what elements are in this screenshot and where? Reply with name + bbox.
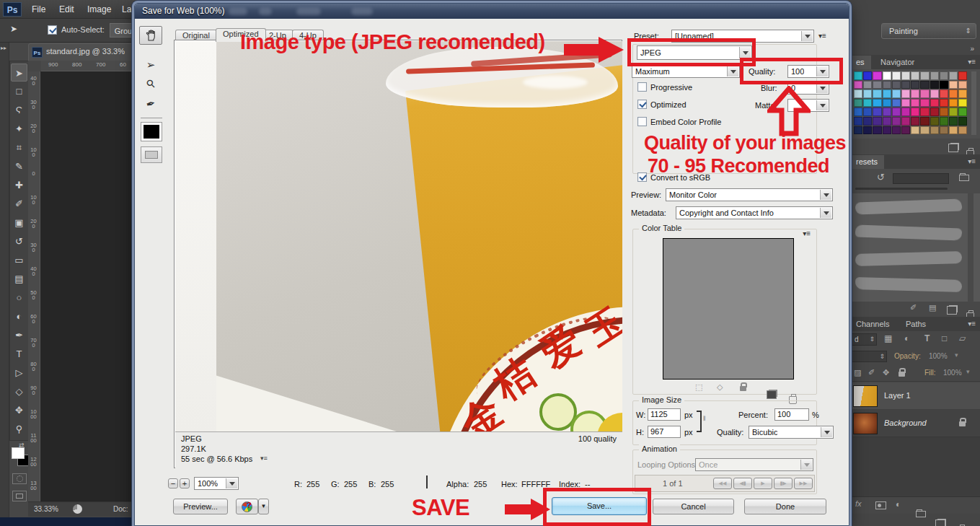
healing-brush-tool[interactable]: ✚: [11, 176, 27, 194]
quick-selection-tool[interactable]: ✦: [11, 120, 27, 138]
width-input[interactable]: 1125: [648, 408, 681, 421]
resample-quality-select[interactable]: Bicubic: [749, 426, 834, 439]
hand-tool[interactable]: ✥: [11, 401, 27, 419]
workspace-selector[interactable]: Painting ⇕: [881, 23, 976, 39]
swatch[interactable]: [920, 89, 929, 98]
swatch[interactable]: [883, 81, 891, 89]
swatches-scrollbar[interactable]: [971, 71, 976, 135]
swatch[interactable]: [920, 117, 929, 126]
swatch[interactable]: [940, 108, 948, 116]
new-swatch-icon[interactable]: [950, 143, 959, 150]
brush-stroke-icon[interactable]: ✐: [910, 303, 917, 312]
swatch[interactable]: [892, 71, 901, 80]
fill-value[interactable]: 100%: [943, 369, 962, 377]
swatch[interactable]: [958, 89, 967, 98]
swatch[interactable]: [920, 71, 929, 80]
layer-row-background[interactable]: Background: [849, 410, 980, 437]
cancel-button[interactable]: Cancel: [653, 499, 734, 514]
layer1-thumbnail[interactable]: [853, 385, 878, 407]
panel-menu-icon[interactable]: ▾≡: [968, 58, 976, 66]
height-input[interactable]: 967: [648, 426, 681, 438]
next-frame-button[interactable]: ▮▶: [774, 478, 793, 489]
new-group-icon[interactable]: [916, 511, 926, 517]
eyedropper-tool[interactable]: ✎: [11, 157, 27, 175]
swatch[interactable]: [854, 126, 862, 135]
filter-pixel-layers-icon[interactable]: ▦: [884, 333, 892, 343]
swatch[interactable]: [911, 71, 919, 80]
swatch[interactable]: [911, 81, 919, 89]
collapse-panels-icon[interactable]: »: [970, 45, 974, 53]
document-tab[interactable]: Ps standard.jpg @ 33.3%: [28, 43, 135, 61]
swatch[interactable]: [920, 81, 929, 89]
swatch[interactable]: [911, 108, 919, 116]
swatch[interactable]: [892, 99, 901, 108]
swatch[interactable]: [920, 108, 929, 116]
background-name[interactable]: Background: [884, 418, 927, 427]
swatch[interactable]: [863, 126, 872, 135]
swatch[interactable]: [854, 71, 862, 80]
dodge-tool[interactable]: ◐: [11, 307, 27, 325]
swatch[interactable]: [930, 89, 939, 98]
preview-button[interactable]: Preview...: [173, 499, 228, 514]
swatch[interactable]: [949, 108, 958, 116]
swatch[interactable]: [863, 117, 872, 126]
swatch[interactable]: [863, 89, 872, 98]
swatch[interactable]: [901, 71, 910, 80]
menu-layer-partial[interactable]: La: [122, 4, 131, 14]
swatch[interactable]: [883, 108, 891, 116]
dropdown-arrow-icon[interactable]: ▾: [955, 351, 958, 359]
swatch[interactable]: [892, 108, 901, 116]
metadata-select[interactable]: Copyright and Contact Info: [676, 206, 833, 219]
filter-shape-icon[interactable]: □: [942, 333, 947, 343]
swatch[interactable]: [949, 126, 958, 135]
tab-channels[interactable]: Channels: [849, 317, 896, 331]
settings-menu-icon[interactable]: ▾≡: [818, 32, 826, 40]
type-tool[interactable]: T: [11, 345, 27, 363]
swatch[interactable]: [940, 99, 948, 108]
swatch[interactable]: [883, 117, 891, 126]
swatch[interactable]: [883, 99, 891, 108]
swatch[interactable]: [958, 99, 967, 108]
swatch[interactable]: [940, 89, 948, 98]
swatch[interactable]: [901, 126, 910, 135]
screen-mode-icon[interactable]: [12, 491, 27, 501]
swatch[interactable]: [930, 108, 939, 116]
previous-frame-button[interactable]: ◀▮: [733, 478, 752, 489]
panel-menu-icon[interactable]: ▾≡: [968, 157, 976, 165]
swatch[interactable]: [873, 89, 881, 98]
optimized-checkbox[interactable]: [637, 100, 647, 109]
swatch[interactable]: [863, 99, 872, 108]
swatch[interactable]: [854, 117, 862, 126]
canvas[interactable]: [40, 71, 134, 501]
swatch[interactable]: [873, 108, 881, 116]
swatch[interactable]: [930, 99, 939, 108]
tab-brush-presets-partial[interactable]: resets: [849, 155, 884, 169]
lock-all-icon[interactable]: [899, 372, 905, 377]
swatch[interactable]: [949, 89, 958, 98]
pen-tool[interactable]: ✒: [11, 326, 27, 344]
shape-tool[interactable]: ◇: [11, 382, 27, 400]
clone-stamp-tool[interactable]: ▣: [11, 214, 27, 232]
zoom-tool[interactable]: ⚲: [11, 420, 27, 438]
hand-tool[interactable]: [139, 26, 162, 45]
reset-icon[interactable]: ↺: [877, 172, 885, 183]
swatch[interactable]: [940, 126, 948, 135]
browser-dropdown-arrow[interactable]: ▼: [258, 499, 269, 514]
filter-adjustment-icon[interactable]: ◐: [904, 333, 909, 343]
size-slider[interactable]: [855, 188, 948, 190]
swatch[interactable]: [911, 99, 919, 108]
add-mask-icon[interactable]: [875, 501, 886, 509]
swatch[interactable]: [883, 71, 891, 80]
new-layer-icon[interactable]: [937, 519, 946, 526]
preview-in-browser-button[interactable]: ?: [236, 499, 258, 514]
swatch[interactable]: [958, 117, 967, 126]
first-frame-button[interactable]: ◀◀: [713, 478, 732, 489]
blend-mode-dropdown[interactable]: ⇕: [851, 351, 887, 362]
strokes-scrollbar[interactable]: [968, 193, 974, 302]
layer-row-layer1[interactable]: Layer 1: [849, 382, 980, 410]
swatch[interactable]: [949, 81, 958, 89]
swatch[interactable]: [892, 81, 901, 89]
move-tool[interactable]: ➤: [11, 63, 27, 82]
swatch[interactable]: [901, 117, 910, 126]
swatch[interactable]: [940, 81, 948, 89]
